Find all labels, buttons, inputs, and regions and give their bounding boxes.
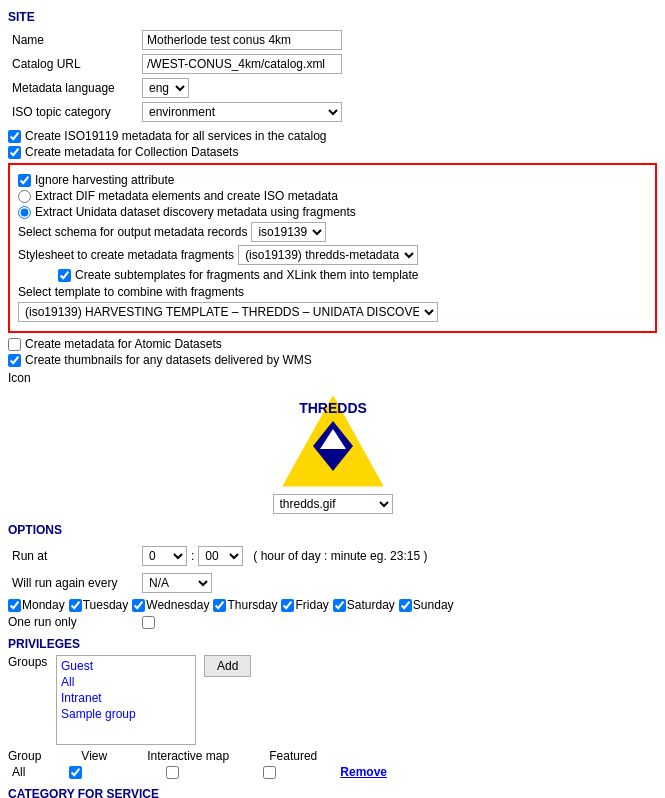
wednesday-check: Wednesday	[132, 598, 209, 612]
category-service-title: CATEGORY FOR SERVICE	[8, 787, 657, 798]
select-template-row: Select template to combine with fragment…	[18, 285, 647, 299]
iso-topic-label: ISO topic category	[8, 100, 138, 124]
extract-unidata-label: Extract Unidata dataset discovery metada…	[35, 205, 356, 219]
thursday-checkbox[interactable]	[213, 599, 226, 612]
iso-topic-select[interactable]: environment	[142, 102, 342, 122]
one-run-label: One run only	[8, 615, 138, 629]
create-collection-row: Create metadata for Collection Datasets	[8, 145, 657, 159]
remove-link[interactable]: Remove	[340, 765, 387, 779]
stylesheet-label: Stylesheet to create metadata fragments	[18, 248, 234, 262]
gvif-group-header: Group	[8, 749, 41, 763]
groups-label: Groups	[8, 655, 48, 669]
wednesday-label: Wednesday	[146, 598, 209, 612]
create-atomic-label: Create metadata for Atomic Datasets	[25, 337, 222, 351]
create-atomic-row: Create metadata for Atomic Datasets	[8, 337, 657, 351]
thursday-check: Thursday	[213, 598, 277, 612]
extract-unidata-row: Extract Unidata dataset discovery metada…	[18, 205, 647, 219]
create-atomic-checkbox[interactable]	[8, 338, 21, 351]
select-template-label: Select template to combine with fragment…	[18, 285, 244, 299]
gvif-values-row: All Remove	[12, 765, 657, 779]
create-collection-label: Create metadata for Collection Datasets	[25, 145, 238, 159]
monday-label: Monday	[22, 598, 65, 612]
privileges-groups: Groups Guest All Intranet Sample group A…	[8, 655, 657, 745]
select-schema-select[interactable]: iso19139	[251, 222, 326, 242]
ignore-harvest-label: Ignore harvesting attribute	[35, 173, 174, 187]
metadata-language-select[interactable]: eng	[142, 78, 189, 98]
days-row: Monday Tuesday Wednesday Thursday Friday…	[8, 598, 657, 612]
gvif-view-header: View	[81, 749, 107, 763]
one-run-row: One run only	[8, 615, 657, 629]
category-service-section: CATEGORY FOR SERVICE Interactive resourc…	[8, 787, 657, 798]
run-at-label: Run at	[8, 541, 138, 571]
gvif-view-checkbox[interactable]	[69, 766, 82, 779]
gvif-header: Group View Interactive map Featured	[8, 749, 657, 763]
thursday-label: Thursday	[227, 598, 277, 612]
stylesheet-row: Stylesheet to create metadata fragments …	[18, 245, 647, 265]
gvif-featured-checkbox[interactable]	[263, 766, 276, 779]
icon-file-row: thredds.gif	[273, 494, 393, 514]
minute-select[interactable]: 00	[198, 546, 243, 566]
add-button[interactable]: Add	[204, 655, 251, 677]
ignore-harvest-row: Ignore harvesting attribute	[18, 173, 647, 187]
monday-check: Monday	[8, 598, 65, 612]
create-iso-checkbox[interactable]	[8, 130, 21, 143]
hour-select[interactable]: 0	[142, 546, 187, 566]
group-intranet[interactable]: Intranet	[59, 690, 193, 706]
will-run-select[interactable]: N/A	[142, 573, 212, 593]
site-title: SITE	[8, 10, 657, 24]
extract-unidata-radio[interactable]	[18, 206, 31, 219]
gvif-interactive-header: Interactive map	[147, 749, 229, 763]
sunday-checkbox[interactable]	[399, 599, 412, 612]
wednesday-checkbox[interactable]	[132, 599, 145, 612]
gvif-section: Group View Interactive map Featured All …	[8, 749, 657, 779]
tuesday-checkbox[interactable]	[69, 599, 82, 612]
gvif-interactive-checkbox[interactable]	[166, 766, 179, 779]
options-title: OPTIONS	[8, 523, 657, 537]
run-hint: ( hour of day : minute eg. 23:15 )	[253, 549, 427, 563]
friday-check: Friday	[281, 598, 328, 612]
site-form: Name Catalog URL Metadata language eng I…	[8, 28, 657, 124]
privileges-title: PRIVILEGES	[8, 637, 657, 651]
create-thumbnails-row: Create thumbnails for any datasets deliv…	[8, 353, 657, 367]
tuesday-label: Tuesday	[83, 598, 129, 612]
extract-dif-label: Extract DIF metadata elements and create…	[35, 189, 338, 203]
catalog-url-input[interactable]	[142, 54, 342, 74]
name-input[interactable]	[142, 30, 342, 50]
friday-label: Friday	[295, 598, 328, 612]
stylesheet-select[interactable]: (iso19139) thredds-metadata	[238, 245, 418, 265]
create-thumbnails-label: Create thumbnails for any datasets deliv…	[25, 353, 312, 367]
thredds-logo-svg: THREDDS	[278, 391, 388, 491]
create-thumbnails-checkbox[interactable]	[8, 354, 21, 367]
sunday-check: Sunday	[399, 598, 454, 612]
create-subtemplates-label: Create subtemplates for fragments and XL…	[75, 268, 419, 282]
friday-checkbox[interactable]	[281, 599, 294, 612]
gvif-featured-header: Featured	[269, 749, 317, 763]
ignore-harvest-checkbox[interactable]	[18, 174, 31, 187]
create-subtemplates-checkbox[interactable]	[58, 269, 71, 282]
select-schema-label: Select schema for output metadata record…	[18, 225, 247, 239]
monday-checkbox[interactable]	[8, 599, 21, 612]
saturday-label: Saturday	[347, 598, 395, 612]
collection-options-box: Ignore harvesting attribute Extract DIF …	[8, 163, 657, 333]
one-run-checkbox[interactable]	[142, 616, 155, 629]
catalog-url-label: Catalog URL	[8, 52, 138, 76]
gvif-all-group: All	[12, 765, 25, 779]
groups-list[interactable]: Guest All Intranet Sample group	[56, 655, 196, 745]
create-iso-row: Create ISO19119 metadata for all service…	[8, 129, 657, 143]
saturday-checkbox[interactable]	[333, 599, 346, 612]
name-label: Name	[8, 28, 138, 52]
options-form: Run at 0 : 00 ( hour of day : minute eg.…	[8, 541, 657, 595]
extract-dif-radio[interactable]	[18, 190, 31, 203]
tuesday-check: Tuesday	[69, 598, 129, 612]
group-sample[interactable]: Sample group	[59, 706, 193, 722]
group-all[interactable]: All	[59, 674, 193, 690]
select-schema-row: Select schema for output metadata record…	[18, 222, 647, 242]
group-guest[interactable]: Guest	[59, 658, 193, 674]
icon-filename-select[interactable]: thredds.gif	[273, 494, 393, 514]
icon-area: THREDDS thredds.gif	[8, 391, 657, 517]
create-subtemplates-row: Create subtemplates for fragments and XL…	[58, 268, 647, 282]
will-run-label: Will run again every	[8, 571, 138, 595]
icon-row: Icon	[8, 371, 657, 385]
select-template-select[interactable]: (iso19139) HARVESTING TEMPLATE – THREDDS…	[18, 302, 438, 322]
create-collection-checkbox[interactable]	[8, 146, 21, 159]
